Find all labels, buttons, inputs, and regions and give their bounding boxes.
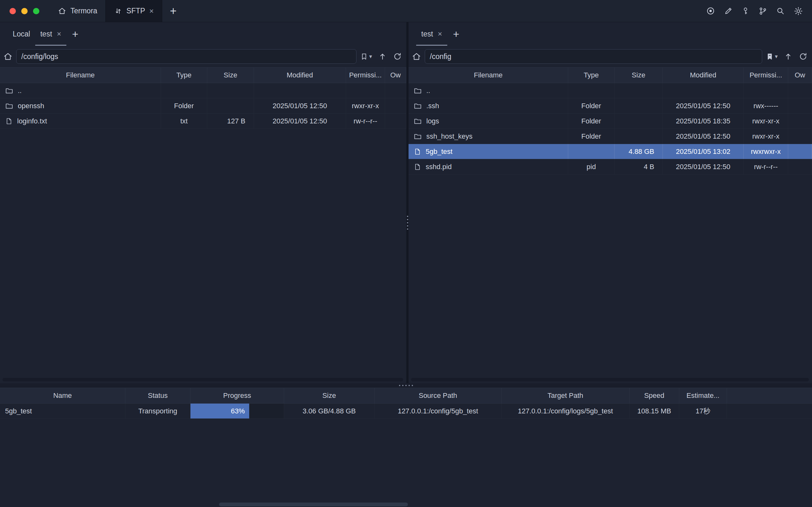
file-row[interactable]: .sshFolder2025/01/05 12:50rwx------ xyxy=(409,98,812,114)
column-header-sourcepath[interactable]: Source Path xyxy=(375,388,501,403)
transfers-panel: NameStatusProgressSizeSource PathTarget … xyxy=(0,388,812,419)
record-button[interactable] xyxy=(706,6,715,15)
search-button[interactable] xyxy=(776,6,785,15)
refresh-button[interactable] xyxy=(799,52,808,61)
tab-test-left[interactable]: test × xyxy=(35,22,66,46)
progress-bar: 63% xyxy=(191,404,249,418)
column-header-estimate[interactable]: Estimate... xyxy=(679,388,727,403)
pane-splitter[interactable] xyxy=(406,22,409,383)
chevron-down-icon: ▾ xyxy=(369,53,372,60)
file-row[interactable]: opensshFolder2025/01/05 12:50rwxr-xr-x xyxy=(0,98,406,114)
column-header-size[interactable]: Size xyxy=(614,68,663,83)
home-button[interactable] xyxy=(412,52,421,61)
bookmark-dropdown-button[interactable]: ▾ xyxy=(369,53,372,60)
file-icon xyxy=(414,163,421,171)
home-button[interactable] xyxy=(3,52,13,61)
column-header-permissi[interactable]: Permissi... xyxy=(346,68,385,83)
type-cell: Folder xyxy=(568,114,614,128)
column-header-status[interactable]: Status xyxy=(125,388,191,403)
tab-test-right[interactable]: test × xyxy=(416,22,447,46)
file-row[interactable]: ssh_host_keysFolder2025/01/05 12:50rwxr-… xyxy=(409,129,812,144)
column-header-type[interactable]: Type xyxy=(568,68,614,83)
keys-button[interactable] xyxy=(741,7,750,15)
file-row[interactable]: logsFolder2025/01/05 18:35rwxr-xr-x xyxy=(409,114,812,129)
tab-sftp[interactable]: SFTP × xyxy=(105,0,162,22)
column-header-type[interactable]: Type xyxy=(161,68,207,83)
key-icon xyxy=(741,7,750,15)
bookmark-dropdown-button[interactable]: ▾ xyxy=(775,53,778,60)
modified-cell: 2025/01/05 12:50 xyxy=(663,129,744,144)
table-header-row: FilenameTypeSizeModifiedPermissi...Ow xyxy=(0,67,406,83)
file-panes: Local test × + ▾ xyxy=(0,22,812,383)
size-cell: 4 B xyxy=(614,159,663,174)
transfers-splitter[interactable] xyxy=(0,383,812,388)
file-icon xyxy=(414,148,421,156)
size-cell xyxy=(614,83,663,98)
tab-label: test xyxy=(421,30,433,38)
column-header-ow[interactable]: Ow xyxy=(788,68,812,83)
filename-label: openssh xyxy=(18,102,44,110)
column-header-size[interactable]: Size xyxy=(284,388,375,403)
filename-cell: openssh xyxy=(0,98,161,113)
new-tab-button-right[interactable]: + xyxy=(447,22,465,46)
column-header-name[interactable]: Name xyxy=(0,388,125,403)
close-tab-icon[interactable]: × xyxy=(438,30,442,38)
column-header-targetpath[interactable]: Target Path xyxy=(501,388,630,403)
column-header-filename[interactable]: Filename xyxy=(0,68,161,83)
column-header-progress[interactable]: Progress xyxy=(191,388,284,403)
parent-directory-button[interactable] xyxy=(378,52,387,61)
zoom-window-button[interactable] xyxy=(33,8,39,14)
filename-label: loginfo.txt xyxy=(17,117,47,125)
filename-cell: 5gb_test xyxy=(409,144,568,159)
parent-directory-button[interactable] xyxy=(784,52,793,61)
file-row[interactable]: sshd.pidpid4 B2025/01/05 12:50rw-r--r-- xyxy=(409,159,812,174)
column-header-modified[interactable]: Modified xyxy=(663,68,744,83)
snippets-button[interactable] xyxy=(758,7,767,15)
estimate-cell: 17秒 xyxy=(679,404,727,418)
path-input-left[interactable] xyxy=(16,49,357,64)
modified-cell: 2025/01/05 13:02 xyxy=(663,144,744,159)
bookmark-button[interactable] xyxy=(766,52,774,61)
file-row[interactable]: .. xyxy=(409,83,812,98)
close-window-button[interactable] xyxy=(9,8,16,14)
file-row[interactable]: 5gb_test4.88 GB2025/01/05 13:02rwxrwxr-x xyxy=(409,144,812,159)
permissions-cell xyxy=(346,83,385,98)
chevron-down-icon: ▾ xyxy=(775,53,778,60)
filename-label: logs xyxy=(426,117,439,125)
new-window-tab-button[interactable]: + xyxy=(162,0,184,22)
bookmark-button[interactable] xyxy=(360,52,368,61)
permissions-cell: rw-r--r-- xyxy=(744,159,788,174)
column-header-permissi[interactable]: Permissi... xyxy=(744,68,788,83)
column-header-size[interactable]: Size xyxy=(207,68,254,83)
permissions-cell: rw-r--r-- xyxy=(346,114,385,128)
file-row[interactable]: loginfo.txttxt127 B2025/01/05 12:50rw-r-… xyxy=(0,114,406,129)
tab-termora[interactable]: Termora xyxy=(50,0,105,22)
column-header-filename[interactable]: Filename xyxy=(409,68,568,83)
file-row[interactable]: .. xyxy=(0,83,406,98)
transfer-row[interactable]: 5gb_testTransporting63%3.06 GB/4.88 GB12… xyxy=(0,404,812,419)
horizontal-scrollbar-transfers[interactable] xyxy=(219,503,408,506)
horizontal-scrollbar-left[interactable] xyxy=(3,378,403,381)
titlebar: Termora SFTP × + xyxy=(0,0,812,22)
path-input-right[interactable] xyxy=(425,49,762,64)
close-tab-icon[interactable]: × xyxy=(57,30,61,38)
owner-cell xyxy=(788,114,812,128)
horizontal-scrollbar-right[interactable] xyxy=(411,378,809,381)
settings-button[interactable] xyxy=(794,6,803,16)
minimize-window-button[interactable] xyxy=(21,8,28,14)
tab-label: SFTP xyxy=(126,7,145,15)
refresh-button[interactable] xyxy=(393,52,402,61)
column-header-speed[interactable]: Speed xyxy=(630,388,679,403)
close-tab-icon[interactable]: × xyxy=(149,7,154,15)
filename-cell: .. xyxy=(0,83,161,98)
new-tab-button-left[interactable]: + xyxy=(66,22,84,46)
filename-cell: logs xyxy=(409,114,568,128)
column-header-ow[interactable]: Ow xyxy=(385,68,406,83)
tab-local[interactable]: Local xyxy=(8,22,35,46)
column-header-modified[interactable]: Modified xyxy=(254,68,346,83)
bookmark-icon xyxy=(360,52,368,61)
splitter-grip-icon xyxy=(407,216,408,230)
owner-cell xyxy=(385,114,406,128)
size-cell: 4.88 GB xyxy=(614,144,663,159)
edit-button[interactable] xyxy=(724,7,733,15)
